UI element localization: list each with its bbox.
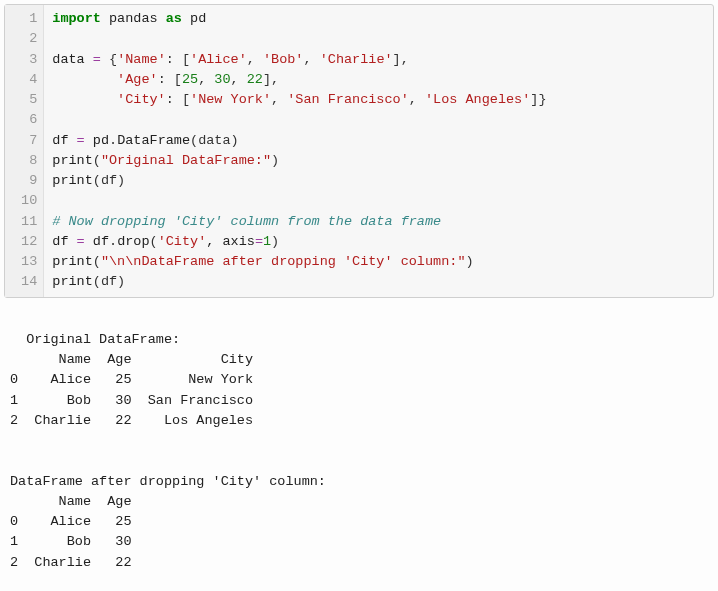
- code-token: : [: [166, 52, 190, 67]
- code-token: ,: [231, 72, 247, 87]
- code-line[interactable]: print(df): [52, 171, 705, 191]
- code-token: [52, 72, 117, 87]
- code-token: 'Age': [117, 72, 158, 87]
- code-line[interactable]: import pandas as pd: [52, 9, 705, 29]
- code-token: [182, 11, 190, 26]
- code-token: ]}: [530, 92, 546, 107]
- code-token: "\n\nDataFrame after dropping 'City' col…: [101, 254, 466, 269]
- code-line[interactable]: df = pd.DataFrame(data): [52, 131, 705, 151]
- code-token: =: [77, 234, 85, 249]
- code-line[interactable]: # Now dropping 'City' column from the da…: [52, 212, 705, 232]
- code-editor[interactable]: import pandas as pd data = {'Name': ['Al…: [44, 5, 713, 297]
- code-token: print: [52, 153, 93, 168]
- code-token: pandas: [109, 11, 158, 26]
- code-token: 'City': [117, 92, 166, 107]
- code-token: import: [52, 11, 101, 26]
- code-token: , axis: [206, 234, 255, 249]
- line-number: 1: [13, 9, 37, 29]
- line-number: 14: [13, 272, 37, 292]
- line-number: 2: [13, 29, 37, 49]
- code-token: 25: [182, 72, 198, 87]
- code-token: (data): [190, 133, 239, 148]
- code-token: (df): [93, 274, 125, 289]
- code-token: [52, 92, 117, 107]
- code-token: (: [150, 234, 158, 249]
- code-token: # Now dropping 'City' column from the da…: [52, 214, 441, 229]
- line-number: 11: [13, 212, 37, 232]
- line-number: 10: [13, 191, 37, 211]
- code-token: ,: [198, 72, 214, 87]
- code-token: (: [93, 254, 101, 269]
- line-number: 3: [13, 50, 37, 70]
- code-line[interactable]: print(df): [52, 272, 705, 292]
- output-text: Original DataFrame: Name Age City 0 Alic…: [10, 332, 326, 570]
- code-token: ,: [303, 52, 319, 67]
- line-number: 5: [13, 90, 37, 110]
- code-token: 'San Francisco': [287, 92, 409, 107]
- line-number: 12: [13, 232, 37, 252]
- output-area: Original DataFrame: Name Age City 0 Alic…: [0, 302, 718, 589]
- code-token: 'Charlie': [320, 52, 393, 67]
- line-number: 8: [13, 151, 37, 171]
- line-number-gutter: 1234567891011121314: [5, 5, 44, 297]
- code-token: pd: [85, 133, 109, 148]
- code-token: 'Bob': [263, 52, 304, 67]
- code-token: {: [101, 52, 117, 67]
- code-token: =: [93, 52, 101, 67]
- code-line[interactable]: [52, 29, 705, 49]
- code-token: ): [465, 254, 473, 269]
- code-cell[interactable]: 1234567891011121314 import pandas as pd …: [4, 4, 714, 298]
- code-token: 'Los Angeles': [425, 92, 530, 107]
- code-token: 'Alice': [190, 52, 247, 67]
- code-token: print: [52, 254, 93, 269]
- code-token: 30: [214, 72, 230, 87]
- code-token: .: [109, 133, 117, 148]
- code-token: =: [255, 234, 263, 249]
- code-token: ,: [409, 92, 425, 107]
- code-token: print: [52, 274, 93, 289]
- code-token: 'New York': [190, 92, 271, 107]
- code-line[interactable]: data = {'Name': ['Alice', 'Bob', 'Charli…: [52, 50, 705, 70]
- code-token: [101, 11, 109, 26]
- code-token: print: [52, 173, 93, 188]
- code-token: (: [93, 153, 101, 168]
- code-line[interactable]: 'Age': [25, 30, 22],: [52, 70, 705, 90]
- code-token: =: [77, 133, 85, 148]
- line-number: 6: [13, 110, 37, 130]
- code-token: ): [271, 234, 279, 249]
- code-token: 'City': [158, 234, 207, 249]
- code-token: ],: [263, 72, 279, 87]
- code-line[interactable]: print("\n\nDataFrame after dropping 'Cit…: [52, 252, 705, 272]
- code-token: df: [85, 234, 109, 249]
- code-token: .: [109, 234, 117, 249]
- code-token: [158, 11, 166, 26]
- code-token: ,: [247, 52, 263, 67]
- code-token: data: [52, 52, 93, 67]
- code-token: ,: [271, 92, 287, 107]
- code-token: (df): [93, 173, 125, 188]
- line-number: 4: [13, 70, 37, 90]
- code-line[interactable]: df = df.drop('City', axis=1): [52, 232, 705, 252]
- code-token: ): [271, 153, 279, 168]
- code-token: df: [52, 234, 76, 249]
- code-token: 'Name': [117, 52, 166, 67]
- code-line[interactable]: print("Original DataFrame:"): [52, 151, 705, 171]
- line-number: 13: [13, 252, 37, 272]
- code-token: 1: [263, 234, 271, 249]
- code-token: 22: [247, 72, 263, 87]
- code-token: "Original DataFrame:": [101, 153, 271, 168]
- code-token: : [: [158, 72, 182, 87]
- code-line[interactable]: 'City': ['New York', 'San Francisco', 'L…: [52, 90, 705, 110]
- code-line[interactable]: [52, 191, 705, 211]
- code-token: DataFrame: [117, 133, 190, 148]
- line-number: 7: [13, 131, 37, 151]
- code-token: df: [52, 133, 76, 148]
- code-token: ],: [393, 52, 409, 67]
- code-token: pd: [190, 11, 206, 26]
- code-token: drop: [117, 234, 149, 249]
- code-token: : [: [166, 92, 190, 107]
- line-number: 9: [13, 171, 37, 191]
- code-token: as: [166, 11, 182, 26]
- code-line[interactable]: [52, 110, 705, 130]
